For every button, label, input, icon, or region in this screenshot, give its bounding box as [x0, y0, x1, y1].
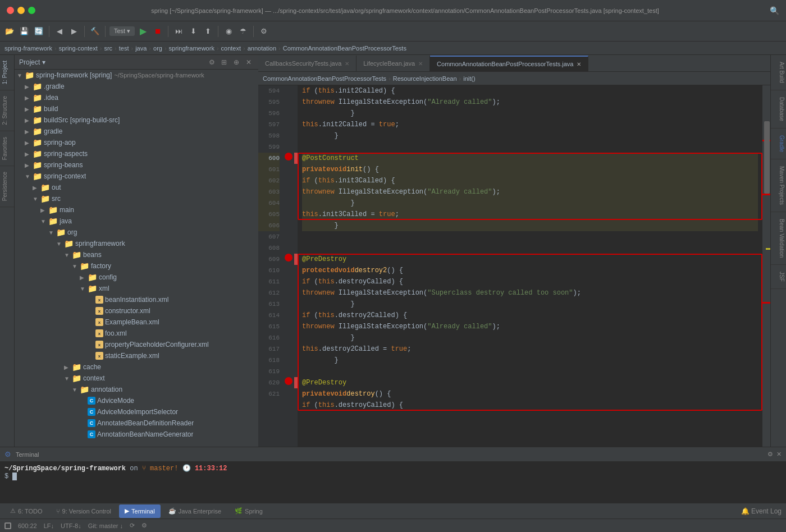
breakpoint-609[interactable]: [285, 254, 293, 262]
list-item[interactable]: C AnnotationBeanNameGenerator: [15, 429, 258, 440]
panel-gradle[interactable]: Gradle: [771, 129, 786, 159]
bc-spring-context[interactable]: spring-context: [59, 45, 98, 52]
expand-arrow[interactable]: ▶: [25, 162, 33, 168]
panel-art-build[interactable]: Art Build: [771, 55, 786, 90]
terminal-settings-btn[interactable]: ⚙: [767, 451, 773, 458]
bc-context[interactable]: context: [221, 45, 241, 52]
minimize-button[interactable]: [17, 7, 25, 14]
list-item[interactable]: ▶ 📁 .gradle: [15, 81, 258, 92]
breakpoint-620[interactable]: [285, 377, 293, 385]
expand-arrow[interactable]: ▶: [25, 129, 33, 135]
list-item[interactable]: C AdviceModeImportSelector: [15, 406, 258, 418]
list-item[interactable]: ▶ 📁 buildSrc [spring-build-src]: [15, 114, 258, 126]
expand-arrow[interactable]: ▼: [72, 263, 80, 269]
expand-arrow[interactable]: ▶: [25, 84, 33, 90]
bc-java[interactable]: java: [135, 45, 147, 52]
list-item[interactable]: x ExampleBean.xml: [15, 317, 258, 328]
list-item[interactable]: C AdviceMode: [15, 395, 258, 406]
expand-icon[interactable]: ⊕: [231, 57, 241, 67]
tab-java-enterprise[interactable]: ☕ Java Enterprise: [163, 505, 227, 518]
coverage-btn[interactable]: ☂: [237, 25, 249, 38]
list-item[interactable]: ▶ 📁 spring-aspects: [15, 148, 258, 159]
panel-database[interactable]: Database: [771, 90, 786, 129]
bc-file[interactable]: CommonAnnotationBeanPostProcessorTests: [283, 45, 406, 52]
stop-btn[interactable]: ⏹: [152, 25, 164, 38]
list-item[interactable]: ▼ 📁 java: [15, 215, 258, 227]
save-btn[interactable]: 💾: [18, 25, 30, 38]
sidebar-item-favorites[interactable]: Favorites: [0, 131, 14, 166]
expand-arrow[interactable]: ▶: [25, 117, 33, 123]
expand-arrow[interactable]: ▼: [64, 375, 72, 382]
sidebar-item-project[interactable]: 1: Project: [0, 55, 14, 90]
list-item[interactable]: ▼ 📁 spring-framework [spring] ~/SpringSp…: [15, 70, 258, 81]
ebc-bean[interactable]: ResourceInjectionBean: [393, 75, 457, 82]
list-item[interactable]: ▶ 📁 main: [15, 204, 258, 215]
tab-callbacks[interactable]: CallbacksSecurityTests.java ✕: [258, 56, 357, 71]
status-sync-icon[interactable]: ⟳: [130, 522, 135, 529]
close-icon[interactable]: ✕: [244, 57, 254, 67]
tab-terminal[interactable]: ▶ Terminal: [119, 505, 161, 518]
list-item[interactable]: ▼ 📁 spring-context: [15, 171, 258, 182]
tab-close-icon[interactable]: ✕: [418, 61, 423, 67]
close-button[interactable]: [7, 7, 14, 14]
list-item[interactable]: ▶ 📁 gradle: [15, 126, 258, 137]
expand-arrow[interactable]: ▼: [80, 286, 88, 292]
layout-icon[interactable]: ⊞: [219, 57, 229, 67]
expand-arrow[interactable]: ▼: [25, 173, 33, 180]
list-item[interactable]: ▼ 📁 xml: [15, 283, 258, 294]
bc-annotation[interactable]: annotation: [248, 45, 276, 52]
tab-version-control[interactable]: ⑂ 9: Version Control: [51, 505, 117, 518]
status-settings-icon[interactable]: ⚙: [141, 522, 147, 529]
list-item[interactable]: x constructor.xml: [15, 305, 258, 317]
folder-btn[interactable]: 📂: [3, 25, 16, 38]
tab-spring[interactable]: 🌿 Spring: [229, 505, 268, 518]
build-btn[interactable]: 🔨: [89, 25, 101, 38]
list-item[interactable]: x propertyPlaceholderConfigurer.xml: [15, 339, 258, 350]
list-item[interactable]: ▼ 📁 annotation: [15, 384, 258, 395]
bc-spring-framework[interactable]: spring-framework: [4, 45, 52, 52]
sidebar-item-structure[interactable]: 2: Structure: [0, 90, 14, 131]
gear-icon[interactable]: ⚙: [207, 57, 217, 67]
panel-jsf[interactable]: JSF: [771, 265, 786, 289]
bc-test[interactable]: test: [119, 45, 129, 52]
list-item[interactable]: ▶ 📁 cache: [15, 361, 258, 373]
terminal-content[interactable]: ~/SpringSpace/spring-framework on ⑂ mast…: [0, 462, 786, 503]
expand-arrow[interactable]: ▼: [17, 72, 25, 79]
breakpoint-601[interactable]: [285, 153, 293, 160]
run-tests-btn[interactable]: ◉: [222, 25, 235, 38]
expand-arrow[interactable]: ▶: [25, 106, 33, 112]
list-item[interactable]: ▼ 📁 context: [15, 373, 258, 384]
bc-org[interactable]: org: [153, 45, 162, 52]
bc-springframework[interactable]: springframework: [169, 45, 214, 52]
expand-arrow[interactable]: ▶: [40, 207, 48, 213]
bc-src[interactable]: src: [104, 45, 112, 52]
scroll-thumb[interactable]: [764, 121, 770, 194]
expand-arrow[interactable]: ▶: [64, 364, 72, 370]
code-content[interactable]: if (this.init2Called) { throw new Illega…: [298, 85, 762, 447]
expand-arrow[interactable]: ▶: [25, 95, 33, 101]
list-item[interactable]: ▼ 📁 springframework: [15, 238, 258, 249]
list-item[interactable]: ▶ 📁 spring-beans: [15, 159, 258, 171]
list-item[interactable]: ▼ 📁 org: [15, 227, 258, 238]
status-position[interactable]: 600:22: [18, 522, 37, 529]
expand-arrow[interactable]: ▼: [56, 241, 64, 247]
list-item[interactable]: ▶ 📁 spring-aop: [15, 137, 258, 148]
list-item[interactable]: ▼ 📁 factory: [15, 260, 258, 272]
status-lf[interactable]: LF↓: [44, 522, 54, 529]
expand-arrow[interactable]: ▼: [48, 230, 56, 236]
back-btn[interactable]: ◀: [53, 25, 66, 38]
expand-arrow[interactable]: ▼: [64, 252, 72, 258]
expand-arrow[interactable]: ▼: [72, 387, 80, 393]
forward-btn[interactable]: ▶: [68, 25, 80, 38]
list-item[interactable]: ▼ 📁 beans: [15, 249, 258, 260]
step-into-btn[interactable]: ⬇: [187, 25, 199, 38]
step-over-btn[interactable]: ⏭: [172, 25, 185, 38]
list-item[interactable]: ▶ 📁 .idea: [15, 92, 258, 103]
expand-arrow[interactable]: ▼: [40, 218, 48, 224]
search-icon[interactable]: 🔍: [770, 6, 779, 15]
tab-commonannotation[interactable]: CommonAnnotationBeanPostProcessorTests.j…: [430, 56, 588, 71]
terminal-close-btn[interactable]: ✕: [776, 451, 782, 458]
run-config-dropdown[interactable]: Test ▾: [109, 26, 135, 36]
ebc-method[interactable]: init(): [463, 75, 475, 82]
list-item[interactable]: ▼ 📁 src: [15, 193, 258, 204]
